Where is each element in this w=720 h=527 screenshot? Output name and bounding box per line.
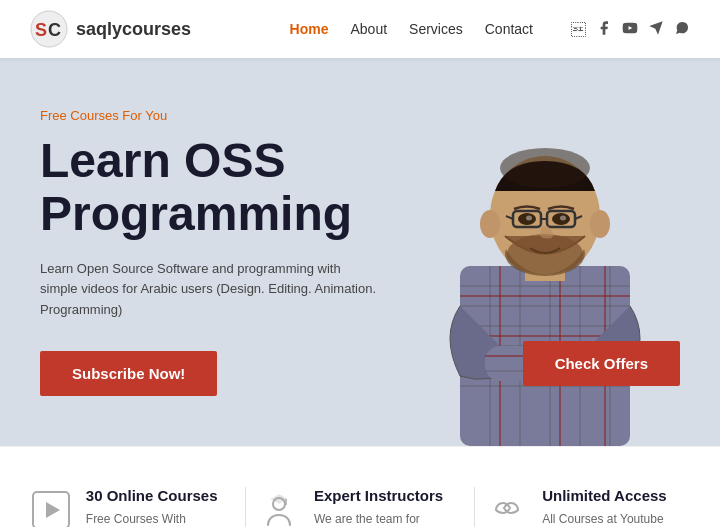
divider-2: [474, 487, 475, 527]
feature-instructors: Expert Instructors We are the team for d…: [260, 487, 460, 527]
features-section: 30 Online Courses Free Courses With Play…: [0, 446, 720, 527]
feature-title-2: Expert Instructors: [314, 487, 460, 504]
nav-home[interactable]: Home: [290, 21, 329, 37]
social-icons: : [571, 20, 690, 39]
svg-point-38: [500, 148, 590, 188]
feature-online-courses-text: 30 Online Courses Free Courses With Play…: [86, 487, 232, 527]
hero-description: Learn Open Source Software and programmi…: [40, 259, 380, 321]
svg-text:C: C: [48, 20, 61, 40]
facebook-icon[interactable]: : [571, 21, 586, 38]
logo-icon: S C: [30, 10, 68, 48]
youtube-icon[interactable]: [622, 20, 638, 39]
hero-subtitle: Free Courses For You: [40, 108, 380, 123]
nav-about[interactable]: About: [350, 21, 387, 37]
svg-point-39: [480, 210, 500, 238]
svg-text:S: S: [35, 20, 47, 40]
nav-services[interactable]: Services: [409, 21, 463, 37]
instructor-icon: [260, 491, 298, 527]
feature-instructors-text: Expert Instructors We are the team for d…: [314, 487, 460, 527]
feature-desc-2: We are the team for different content li…: [314, 510, 460, 527]
infinity-icon: [488, 491, 526, 527]
feature-desc-3: All Courses at Youtube Free, you can sta…: [542, 510, 688, 527]
hero-buttons: Subscribe Now!: [40, 351, 380, 396]
nav-contact[interactable]: Contact: [485, 21, 533, 37]
person-svg: [430, 106, 660, 446]
hero-content: Free Courses For You Learn OSS Programmi…: [0, 58, 420, 446]
subscribe-button[interactable]: Subscribe Now!: [40, 351, 217, 396]
facebook-icon[interactable]: [596, 20, 612, 39]
svg-marker-45: [46, 502, 60, 518]
hero-person-image: [430, 86, 660, 446]
feature-online-courses: 30 Online Courses Free Courses With Play…: [32, 487, 232, 527]
logo-text: saqlycourses: [76, 19, 191, 40]
feature-title-3: Unlimited Access: [542, 487, 688, 504]
check-offers-button[interactable]: Check Offers: [523, 341, 680, 386]
feature-unlimited-text: Unlimited Access All Courses at Youtube …: [542, 487, 688, 527]
svg-point-40: [590, 210, 610, 238]
telegram-icon[interactable]: [648, 20, 664, 39]
whatsapp-icon[interactable]: [674, 20, 690, 39]
svg-point-36: [526, 215, 532, 220]
feature-desc-1: Free Courses With Playlists available no…: [86, 510, 232, 527]
svg-point-37: [560, 215, 566, 220]
divider-1: [245, 487, 246, 527]
play-icon: [32, 491, 70, 527]
main-nav: Home About Services Contact : [290, 20, 690, 39]
feature-unlimited: Unlimited Access All Courses at Youtube …: [488, 487, 688, 527]
feature-title-1: 30 Online Courses: [86, 487, 232, 504]
hero-title: Learn OSS Programming: [40, 135, 380, 241]
logo[interactable]: S C saqlycourses: [30, 10, 191, 48]
header: S C saqlycourses Home About Services Con…: [0, 0, 720, 58]
hero-section: Free Courses For You Learn OSS Programmi…: [0, 58, 720, 446]
